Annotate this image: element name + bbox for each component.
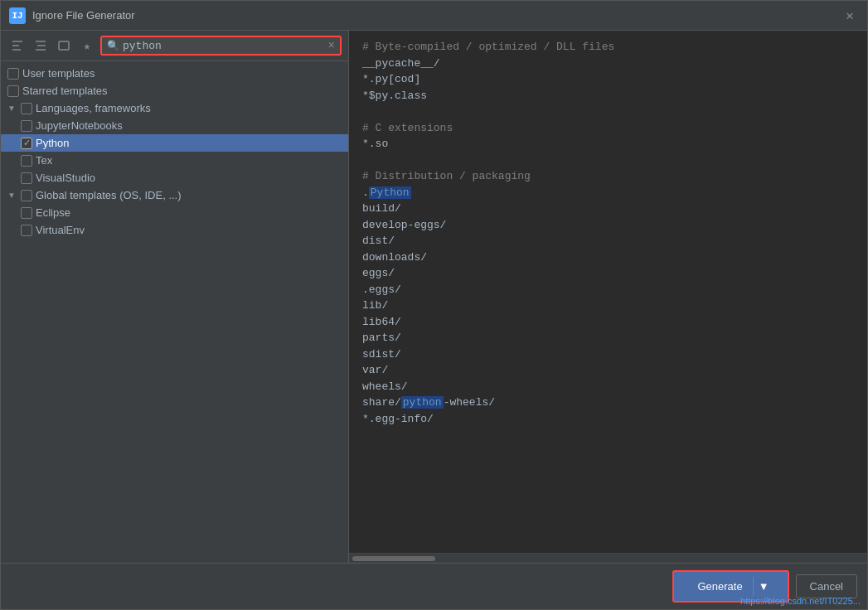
checkbox-virtualenv[interactable] <box>21 225 32 236</box>
tree-item-jupyter[interactable]: JupyterNotebooks <box>1 117 348 134</box>
code-line-17: parts/ <box>362 330 854 346</box>
main-content: ★ 🔍 × User templates Starred tem <box>1 31 867 563</box>
svg-rect-6 <box>59 41 69 50</box>
highlight-python-2: python <box>401 396 444 409</box>
tree-label-eclipse: Eclipse <box>36 206 342 219</box>
search-icon: 🔍 <box>107 40 119 52</box>
horizontal-scrollbar-thumb[interactable] <box>352 556 435 561</box>
tree-label-python: Python <box>36 137 342 149</box>
highlight-python-1: Python <box>369 186 411 199</box>
tree-item-starred-templates[interactable]: Starred templates <box>1 82 348 99</box>
code-line-6: *.so <box>362 136 854 152</box>
close-button[interactable]: ✕ <box>841 6 859 26</box>
tree-label-global-templates: Global templates (OS, IDE, ...) <box>36 189 342 201</box>
checkbox-jupyter[interactable] <box>21 120 32 132</box>
code-line-5: # C extensions <box>362 120 854 137</box>
tree-item-python[interactable]: ✓ Python <box>1 134 348 152</box>
tree-item-user-templates[interactable]: User templates <box>1 65 348 82</box>
right-with-scroll: # Byte-compiled / optimized / DLL files … <box>349 31 867 553</box>
code-line-18: sdist/ <box>362 346 854 363</box>
expand-global-icon: ▼ <box>7 191 17 200</box>
checkbox-starred-templates[interactable] <box>7 85 19 97</box>
horizontal-scrollbar-area[interactable] <box>349 553 867 563</box>
checkbox-visual-studio[interactable] <box>21 172 32 184</box>
app-icon: IJ <box>9 7 26 24</box>
code-line-22: *.egg-info/ <box>362 411 854 428</box>
dialog-window: IJ Ignore File Generator ✕ <box>0 0 868 610</box>
checkbox-tex[interactable] <box>21 155 32 167</box>
checkbox-user-templates[interactable] <box>7 68 19 80</box>
collapse-all-button[interactable] <box>7 36 27 56</box>
search-clear-button[interactable]: × <box>328 39 335 52</box>
select-all-button[interactable] <box>54 36 74 56</box>
window-title: Ignore File Generator <box>32 9 135 22</box>
right-panel-container: # Byte-compiled / optimized / DLL files … <box>349 31 867 563</box>
search-wrapper: 🔍 × <box>100 36 342 56</box>
tree-item-tex[interactable]: Tex <box>1 152 348 169</box>
code-empty-2 <box>362 152 854 169</box>
code-line-1: # Byte-compiled / optimized / DLL files <box>362 39 854 56</box>
tree-item-virtualenv[interactable]: VirtualEnv <box>1 221 348 239</box>
code-line-13: eggs/ <box>362 265 854 282</box>
code-line-14: .eggs/ <box>362 282 854 298</box>
checkbox-python[interactable]: ✓ <box>21 138 32 149</box>
expand-languages-icon: ▼ <box>7 104 17 113</box>
tree-item-global-templates[interactable]: ▼ Global templates (OS, IDE, ...) <box>1 186 348 204</box>
toolbar: ★ 🔍 × <box>1 31 348 61</box>
code-line-16: lib64/ <box>362 314 854 331</box>
search-input[interactable] <box>123 40 325 52</box>
code-line-19: var/ <box>362 362 854 379</box>
tree-item-visual-studio[interactable]: VisualStudio <box>1 169 348 186</box>
tree-label-jupyter: JupyterNotebooks <box>36 119 342 132</box>
expand-all-button[interactable] <box>31 36 51 56</box>
code-line-12: downloads/ <box>362 249 854 266</box>
tree-item-eclipse[interactable]: Eclipse <box>1 204 348 221</box>
url-bar: https://blog.csdn.net/IT0225... <box>734 593 867 609</box>
code-line-21: share/python-wheels/ <box>362 395 854 411</box>
tree-label-user-templates: User templates <box>22 67 342 80</box>
left-panel: ★ 🔍 × User templates Starred tem <box>1 31 349 563</box>
code-panel: # Byte-compiled / optimized / DLL files … <box>349 31 867 553</box>
tree-label-tex: Tex <box>36 154 342 167</box>
code-line-10: develop-eggs/ <box>362 217 854 234</box>
title-bar-left: IJ Ignore File Generator <box>9 7 135 24</box>
code-line-2: __pycache__/ <box>362 56 854 72</box>
code-line-7: # Distribution / packaging <box>362 168 854 185</box>
code-line-8: .Python <box>362 185 854 201</box>
code-line-20: wheels/ <box>362 379 854 395</box>
tree-label-virtualenv: VirtualEnv <box>36 224 342 236</box>
star-button[interactable]: ★ <box>77 36 97 56</box>
code-empty-1 <box>362 104 854 120</box>
checkbox-languages-frameworks[interactable] <box>21 103 32 114</box>
code-line-4: *$py.class <box>362 88 854 104</box>
code-line-9: build/ <box>362 201 854 217</box>
tree-label-starred-templates: Starred templates <box>22 85 342 97</box>
tree-label-languages-frameworks: Languages, frameworks <box>36 102 342 114</box>
checkbox-eclipse[interactable] <box>21 207 32 219</box>
tree-label-visual-studio: VisualStudio <box>36 172 342 184</box>
checkbox-global-templates[interactable] <box>21 190 32 201</box>
tree-area: User templates Starred templates ▼ Langu… <box>1 61 348 563</box>
code-line-11: dist/ <box>362 233 854 249</box>
code-line-3: *.py[cod] <box>362 71 854 88</box>
tree-item-languages-frameworks[interactable]: ▼ Languages, frameworks <box>1 99 348 117</box>
title-bar: IJ Ignore File Generator ✕ <box>1 1 867 31</box>
code-line-15: lib/ <box>362 298 854 314</box>
